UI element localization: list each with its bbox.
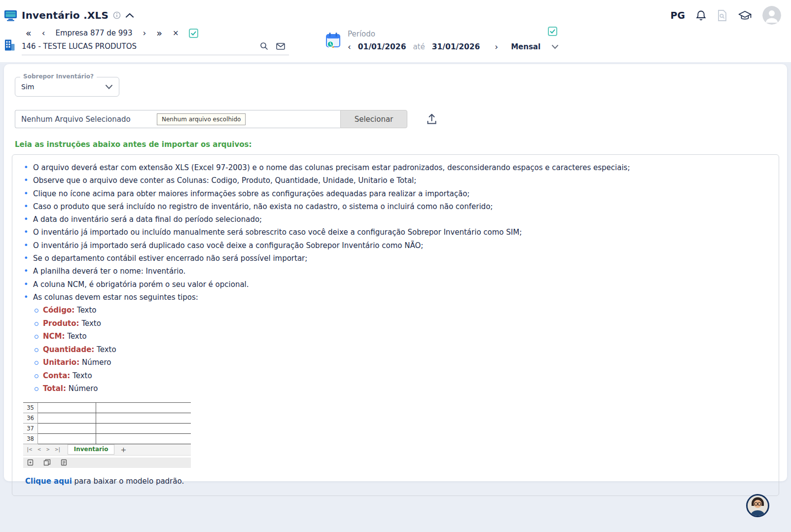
instruction-item: Clique no ícone acima para obter maiores… [19, 187, 771, 200]
copy-sheet-icon[interactable] [43, 459, 51, 466]
sheet-row: 35 [23, 403, 191, 413]
sheet-row-number: 37 [23, 424, 38, 434]
company-pager: « ‹ Empresa 877 de 993 › » × [26, 27, 298, 39]
page-title: Inventário .XLS [22, 9, 108, 21]
column-type-item: Total: Número [19, 382, 771, 395]
sheet-cells [38, 403, 191, 413]
download-suffix: para baixar o modelo padrão. [72, 477, 184, 486]
overwrite-inventory-label: Sobrepor Inventário? [20, 73, 97, 80]
column-types-list: Código: Texto Produto: Texto NCM: Texto … [19, 304, 771, 395]
user-avatar[interactable] [762, 6, 781, 25]
prev-period-button[interactable]: ‹ [348, 43, 351, 51]
info-icon[interactable] [113, 11, 121, 19]
overwrite-inventory-value: Sim [21, 83, 105, 91]
period-end-date[interactable]: 31/01/2026 [432, 42, 480, 51]
company-select-field[interactable]: 146 - TESTE LUCAS PRODUTOS [22, 39, 289, 55]
app-logo-monitor-icon [4, 9, 17, 22]
overwrite-inventory-select[interactable]: Sobrepor Inventário? Sim [15, 77, 119, 97]
file-tooltip: Nenhum arquivo escolhido [157, 113, 246, 125]
sheet-row-number: 36 [23, 413, 38, 424]
next-company-button[interactable]: › [143, 29, 146, 37]
column-type-item: Código: Texto [19, 304, 771, 317]
sheet-tab-inventario[interactable]: Inventario [68, 444, 115, 455]
instruction-item: O arquivo deverá estar com extensão XLS … [19, 161, 771, 174]
upload-icon[interactable] [426, 113, 437, 125]
instruction-item: Caso o produto que será incluído no regi… [19, 200, 771, 213]
sheet-first-button[interactable]: |< [26, 446, 32, 453]
column-name: Total: [43, 384, 66, 393]
column-type-item: NCM: Texto [19, 330, 771, 343]
company-checkbox[interactable] [189, 29, 198, 38]
calendar-icon[interactable] [325, 30, 341, 51]
period-checkbox[interactable] [548, 27, 557, 36]
top-header: Inventário .XLS PG [0, 0, 791, 26]
column-type: Número [69, 384, 98, 393]
sheet-row-number: 38 [23, 434, 38, 444]
collapse-chevron-up-icon[interactable] [125, 12, 134, 18]
instruction-item: A data do inventário será a data final d… [19, 213, 771, 226]
file-upload-row: Nenhum Arquivo Selecionado Selecionar [15, 110, 779, 128]
column-type: Texto [77, 306, 97, 315]
column-name: Código: [43, 306, 74, 315]
page-header: Inventário .XLS PG [0, 0, 791, 62]
column-type-item: Conta: Texto [19, 369, 771, 383]
select-file-button[interactable]: Selecionar [340, 110, 407, 128]
sheet-column-divider [96, 403, 96, 444]
file-search-icon[interactable] [717, 9, 727, 22]
sheet-prev-button[interactable]: < [37, 446, 40, 453]
sheet-row: 38 [23, 434, 191, 444]
period-selector: Período ‹ 01/01/2026 até 31/01/2026 › Me… [325, 27, 557, 51]
graduation-cap-icon[interactable] [738, 10, 752, 21]
company-selector: « ‹ Empresa 877 de 993 › » × 146 - TESTE… [4, 27, 298, 55]
sheet-cells [38, 434, 191, 444]
column-type-item: Unitario: Número [19, 356, 771, 369]
sheet-next-button[interactable]: > [46, 446, 49, 453]
new-sheet-icon[interactable] [27, 459, 34, 466]
mail-icon[interactable] [276, 43, 285, 50]
column-type: Texto [67, 332, 87, 341]
download-line: Clique aqui para baixar o modelo padrão. [25, 477, 771, 486]
column-type: Texto [81, 319, 101, 328]
period-controls: ‹ 01/01/2026 até 31/01/2026 › Mensal [348, 42, 559, 51]
chevron-down-icon [105, 84, 113, 90]
next-period-button[interactable]: › [495, 43, 498, 51]
sheet-last-button[interactable]: >| [55, 446, 61, 453]
support-chat-avatar[interactable] [746, 494, 769, 517]
period-label: Período [348, 30, 559, 38]
sheet-toolbar [23, 458, 191, 468]
company-counter: Empresa 877 de 993 [55, 29, 132, 37]
file-input-text: Nenhum Arquivo Selecionado [21, 115, 131, 124]
user-initials-button[interactable]: PG [670, 10, 685, 21]
prev-company-button[interactable]: ‹ [42, 29, 45, 37]
column-type: Texto [72, 371, 92, 380]
sheet-cells [38, 424, 191, 434]
sheet-tab-bar: |< < > >| Inventario + [23, 444, 191, 456]
add-sheet-button[interactable]: + [120, 446, 126, 454]
bell-icon[interactable] [696, 10, 706, 21]
sheet-row: 37 [23, 424, 191, 434]
period-frequency-select[interactable]: Mensal [511, 42, 559, 51]
company-name: 146 - TESTE LUCAS PRODUTOS [22, 42, 252, 51]
company-building-icon [4, 38, 15, 52]
instructions-heading: Leia as instruções abaixo antes de impor… [15, 140, 779, 149]
column-name: Produto: [43, 319, 79, 328]
column-name: Unitario: [43, 358, 79, 367]
chevron-down-icon [551, 44, 559, 49]
period-start-date[interactable]: 01/01/2026 [358, 42, 406, 51]
close-icon[interactable]: × [173, 30, 179, 37]
instruction-item: O inventário já importado será duplicado… [19, 239, 771, 252]
first-company-button[interactable]: « [26, 29, 32, 38]
instructions-list: O arquivo deverá estar com extensão XLS … [19, 161, 771, 304]
sheet-properties-icon[interactable] [61, 459, 67, 466]
column-name: NCM: [43, 332, 65, 341]
column-type: Número [82, 358, 111, 367]
main-panel: Sobrepor Inventário? Sim Nenhum Arquivo … [4, 64, 787, 481]
column-type: Texto [97, 345, 116, 354]
instruction-item: O inventário já importado ou incluído ma… [19, 226, 771, 239]
last-company-button[interactable]: » [156, 29, 162, 38]
toolbar: « ‹ Empresa 877 de 993 › » × 146 - TESTE… [0, 26, 791, 59]
column-name: Quantidade: [43, 345, 94, 354]
search-icon[interactable] [260, 42, 268, 50]
download-template-link[interactable]: Clique aqui [25, 477, 72, 486]
instruction-item: A coluna NCM, é obrigatória porém o seu … [19, 278, 771, 291]
